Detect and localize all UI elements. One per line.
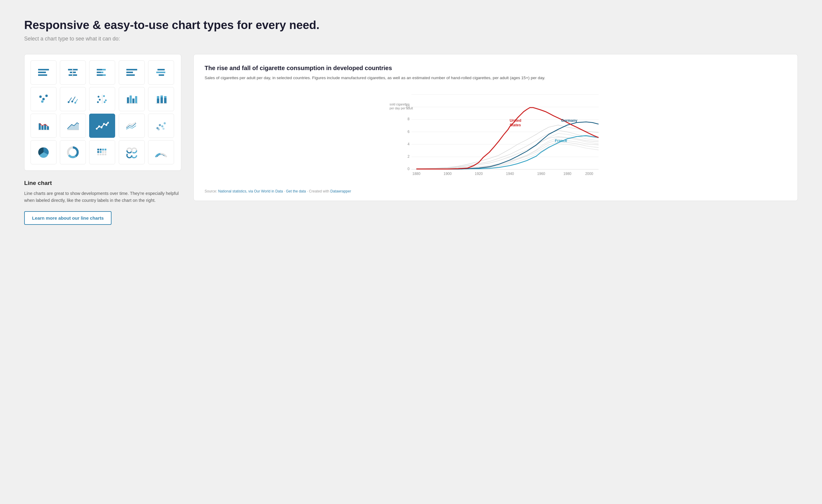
line-chart-svg-container: 0 2 4 6 8 10 sold cigarettes per day per…	[204, 88, 787, 185]
svg-rect-11	[102, 69, 106, 70]
svg-rect-80	[102, 151, 104, 153]
svg-rect-79	[100, 151, 101, 153]
svg-rect-3	[73, 69, 78, 70]
svg-rect-74	[97, 149, 99, 150]
svg-rect-12	[97, 72, 101, 73]
svg-point-29	[68, 101, 69, 103]
svg-rect-4	[68, 69, 72, 70]
svg-text:8: 8	[407, 117, 409, 121]
chart-source: Source: National statistics, via Our Wor…	[204, 189, 787, 193]
svg-point-62	[106, 124, 107, 126]
svg-point-33	[98, 96, 99, 98]
svg-text:1980: 1980	[563, 172, 571, 176]
svg-text:States: States	[509, 123, 521, 127]
svg-rect-82	[97, 153, 99, 155]
svg-point-65	[159, 124, 161, 126]
svg-rect-18	[126, 74, 135, 76]
chart-type-grid-donut[interactable]	[119, 140, 145, 164]
demo-chart-title: The rise and fall of cigarette consumpti…	[204, 64, 787, 72]
svg-point-68	[157, 128, 159, 130]
page-subtitle: Select a chart type to see what it can d…	[24, 36, 798, 42]
selected-chart-description: Line charts are great to show developmen…	[24, 190, 181, 204]
svg-text:0: 0	[407, 167, 409, 171]
svg-text:United: United	[509, 119, 521, 123]
svg-text:4: 4	[407, 142, 409, 146]
svg-rect-2	[38, 74, 47, 76]
svg-rect-1	[38, 72, 46, 73]
chart-type-scatter-arrows[interactable]	[60, 87, 86, 111]
svg-text:1960: 1960	[537, 172, 545, 176]
svg-rect-19	[157, 69, 165, 70]
source-link-1[interactable]: National statistics, via Our World in Da…	[218, 189, 283, 193]
chart-type-arc[interactable]	[148, 140, 174, 164]
svg-rect-14	[97, 74, 103, 76]
chart-type-bar-range[interactable]	[148, 60, 174, 85]
svg-text:1940: 1940	[506, 172, 514, 176]
chart-type-waffle[interactable]	[89, 140, 115, 164]
svg-rect-42	[135, 96, 137, 103]
svg-rect-15	[103, 74, 106, 76]
chart-type-bar-split[interactable]	[60, 60, 86, 85]
svg-text:1920: 1920	[475, 172, 483, 176]
svg-rect-10	[97, 69, 102, 70]
svg-text:2000: 2000	[585, 172, 593, 176]
svg-rect-0	[38, 69, 49, 70]
svg-rect-45	[157, 96, 159, 98]
main-content: Line chart Line charts are great to show…	[24, 54, 798, 225]
svg-rect-7	[73, 74, 77, 76]
svg-rect-13	[101, 72, 103, 73]
svg-rect-52	[41, 126, 43, 130]
chart-type-column-stacked[interactable]	[148, 87, 174, 111]
chart-type-donut[interactable]	[60, 140, 86, 164]
svg-point-90	[127, 153, 132, 158]
svg-rect-48	[164, 98, 166, 103]
svg-point-66	[161, 125, 163, 127]
svg-rect-47	[160, 95, 163, 97]
chart-type-column-grouped[interactable]	[119, 87, 145, 111]
svg-rect-16	[126, 69, 137, 70]
chart-type-bar-single[interactable]	[119, 60, 145, 85]
svg-point-31	[74, 102, 76, 104]
svg-rect-21	[159, 74, 164, 76]
svg-rect-54	[47, 126, 49, 130]
chart-type-bar-grouped[interactable]	[30, 60, 56, 85]
chart-type-column-mixed[interactable]	[30, 114, 56, 138]
svg-point-30	[71, 101, 73, 102]
svg-point-23	[42, 98, 45, 100]
svg-point-25	[41, 100, 43, 103]
svg-point-24	[45, 95, 48, 97]
selected-chart-label: Line chart	[24, 180, 181, 186]
svg-text:6: 6	[407, 130, 409, 134]
svg-rect-85	[104, 153, 106, 155]
chart-type-scatter-split[interactable]	[89, 87, 115, 111]
svg-text:France: France	[555, 139, 567, 143]
chart-type-line[interactable]	[89, 114, 115, 138]
demo-chart-subtitle: Sales of cigarettes per adult per day, i…	[204, 75, 787, 81]
chart-type-dot-scatter[interactable]	[148, 114, 174, 138]
page-title: Responsive & easy-to-use chart types for…	[24, 18, 798, 32]
svg-rect-81	[104, 151, 106, 153]
chart-type-area[interactable]	[60, 114, 86, 138]
chart-type-multiple-lines[interactable]	[119, 114, 145, 138]
svg-point-67	[163, 122, 165, 124]
svg-rect-44	[157, 98, 159, 103]
svg-text:1880: 1880	[413, 172, 421, 176]
svg-point-34	[99, 99, 101, 101]
chart-type-bar-stacked[interactable]	[89, 60, 115, 85]
svg-point-63	[107, 122, 109, 124]
source-link-3[interactable]: Datawrapper	[330, 189, 351, 193]
svg-point-91	[132, 153, 136, 158]
chart-type-dot-plot[interactable]	[30, 87, 56, 111]
svg-point-35	[97, 101, 99, 103]
svg-point-37	[105, 99, 107, 101]
svg-point-69	[162, 128, 164, 130]
svg-rect-46	[160, 97, 163, 103]
svg-rect-77	[104, 149, 106, 150]
svg-rect-40	[130, 95, 132, 103]
line-chart-svg: 0 2 4 6 8 10 sold cigarettes per day per…	[204, 88, 787, 185]
learn-more-button[interactable]: Learn more about our line charts	[24, 211, 111, 225]
svg-point-58	[96, 128, 98, 130]
source-link-2[interactable]: Get the data	[286, 189, 306, 193]
chart-type-pie[interactable]	[30, 140, 56, 164]
svg-rect-49	[164, 96, 166, 98]
